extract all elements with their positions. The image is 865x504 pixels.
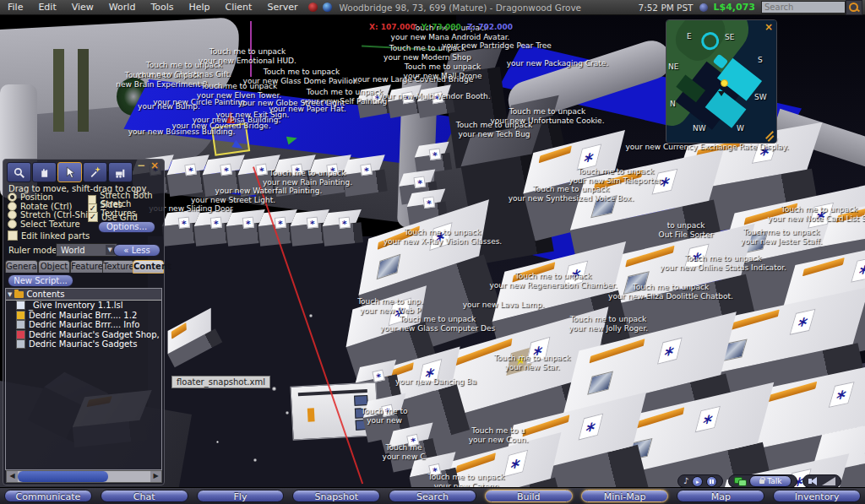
edit-tools-floater[interactable]: − × Drag to move, shift-drag to copy Pos… [3,159,165,485]
inventory-item[interactable]: Dedric Mauriac's Gadgets [6,339,161,350]
play-button[interactable]: ▸ [692,476,703,487]
search-button[interactable] [846,0,862,15]
toolbar-chat-button[interactable]: Chat [101,490,188,502]
scrollbar-thumb[interactable] [18,471,108,482]
edit-tool-icon[interactable] [57,162,82,182]
maker-logo-icon: * [418,359,443,387]
maker-logo-icon: * [371,91,384,104]
minimap-resize-handle[interactable] [764,131,775,141]
toolbar-fly-button[interactable]: Fly [197,490,285,502]
move-tool-icon[interactable] [32,162,57,182]
menu-help[interactable]: Help [181,0,217,14]
ruler-mode-dropdown[interactable]: World▼ [56,243,117,257]
menu-client[interactable]: Client [218,0,260,14]
menu-edit[interactable]: Edit [30,0,63,14]
close-icon[interactable]: × [150,160,159,171]
toolbar-map-button[interactable]: Map [677,490,764,502]
less-button[interactable]: « Less [113,244,160,257]
balance-text[interactable]: L$4,073 [714,2,755,13]
package-box[interactable]: * [419,142,453,174]
selection-highlight[interactable] [211,122,250,156]
minimap-floater[interactable]: ESESNESWNNWW × [666,19,777,144]
tab-general[interactable]: General [5,260,38,273]
scroll-left-icon[interactable]: ◀ [7,471,18,482]
bottom-toolbar: CommunicateChatFlySnapshotSearchBuildMin… [0,487,865,504]
scroll-right-icon[interactable]: ▶ [150,471,161,482]
voice-chat-icon [734,477,746,485]
contents-list: ▼ Contents _Give Inventory 1.1.lslDedric… [5,288,162,470]
maker-logo-icon: * [178,217,190,229]
menu-file[interactable]: File [0,0,30,14]
pause-button[interactable] [706,476,717,487]
maker-logo-icon: * [414,176,427,189]
speaker-icon[interactable] [808,476,819,486]
notecard-icon [16,320,25,329]
maker-logo-icon: * [401,91,414,104]
toolbar-inventory-button[interactable]: Inventory [773,490,861,502]
inventory-item[interactable]: Dedric Mauriac Brrr.... Info [6,320,161,330]
toolbar-snapshot-button[interactable]: Snapshot [292,490,380,502]
minimize-icon[interactable]: − [137,160,145,171]
particle [253,458,257,462]
maker-logo-icon: * [790,309,816,335]
maker-logo-icon: * [326,163,339,176]
new-script-button[interactable]: New Script... [8,274,73,287]
3d-viewport[interactable]: ********★*******************************… [0,0,865,504]
toolbar-communicate-button[interactable]: Communicate [4,490,92,502]
radio-icon [8,192,17,202]
radio-position[interactable]: Position [8,192,53,202]
radio-select-texture[interactable]: Select Texture [8,219,80,229]
horizontal-scrollbar[interactable]: ◀ ▶ [6,470,162,483]
minimap-self-dot [721,79,728,87]
land-tool-icon[interactable] [108,162,133,182]
edit-linked-parts-checkbox[interactable]: Edit linked parts [8,230,90,241]
checkbox-icon: ✓ [88,212,98,222]
coord-x: X: 107.000 [369,23,416,31]
package-box[interactable]: * [421,84,455,117]
toolbar-build-button[interactable]: Build [485,490,573,502]
radio-rotate-ctrl[interactable]: Rotate (Ctrl) [8,202,73,211]
blue-status-icon[interactable] [323,3,332,12]
minimap-close-icon[interactable]: × [764,21,773,33]
tab-object[interactable]: Object [38,260,70,273]
volume-slider[interactable] [822,477,835,485]
package-box[interactable]: * [348,154,390,196]
gizmo-arrow-up-icon[interactable] [226,111,235,123]
inventory-item[interactable]: _Give Inventory 1.1.lsl [6,301,161,311]
inventory-item[interactable]: Dedric Mauriac Brrr.... 1.2 [6,311,161,321]
package-box[interactable]: * [328,209,365,246]
create-tool-icon[interactable] [83,162,107,182]
maker-logo-icon: * [422,196,435,209]
toolbar-mini-map-button[interactable]: Mini-Map [581,490,669,502]
tab-features[interactable]: Features [70,260,104,273]
red-status-icon[interactable] [308,3,318,12]
radio-icon [8,210,17,219]
tree-expand-icon[interactable]: ▼ [8,291,12,298]
talk-button[interactable]: Talk [749,475,792,487]
music-controls: ♪ ▸ [677,474,723,488]
maker-logo-icon: * [576,144,601,171]
maker-logo-icon: * [851,256,865,282]
search-input[interactable] [761,1,846,14]
currency-icon[interactable] [699,3,708,12]
hover-tooltip: floater_snapshot.xml [171,376,270,388]
options-button[interactable]: Options... [98,221,155,233]
clock-text: 7:52 PM PST [638,3,693,13]
menu-view[interactable]: View [64,0,101,14]
toolbar-search-button[interactable]: Search [389,490,476,502]
tab-texture[interactable]: Texture [102,260,134,273]
zoom-tool-icon[interactable] [7,162,31,182]
tab-content[interactable]: Content [133,260,164,274]
menu-world[interactable]: World [101,0,144,14]
olive-column [53,49,64,132]
radio-stretch-ctrl-shift[interactable]: Stretch (Ctrl-Shift) [8,210,97,219]
inventory-item[interactable]: Dedric Mauriac's Gadget Shop, Woodbr [6,330,161,340]
lock-icon [759,480,764,484]
particle [216,441,219,443]
olive-column [78,49,89,132]
compass-n: N [670,100,676,108]
maker-logo-icon: * [684,244,710,271]
menu-tools[interactable]: Tools [143,0,181,14]
menu-server[interactable]: Server [259,0,305,14]
contents-header[interactable]: ▼ Contents [6,289,161,301]
